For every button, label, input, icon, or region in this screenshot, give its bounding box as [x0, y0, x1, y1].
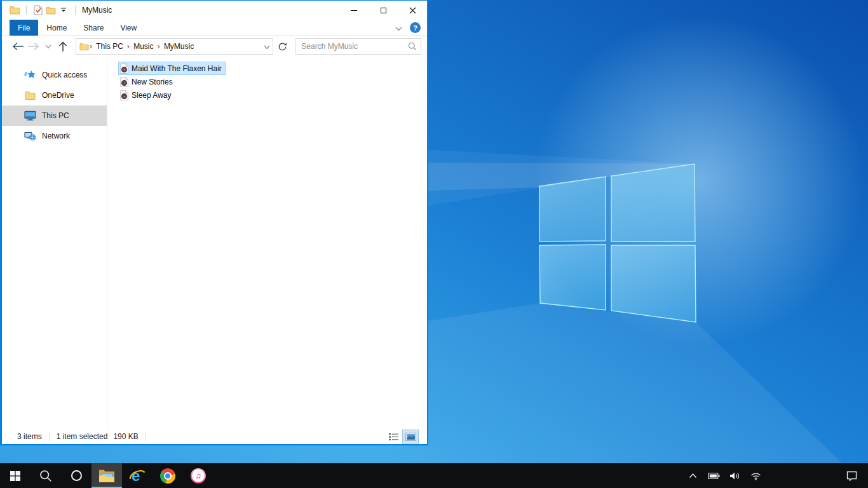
sidebar-item-label: OneDrive	[42, 91, 74, 100]
address-row: This PC Music MyMusic	[2, 36, 427, 57]
arrow-left-icon	[12, 42, 24, 51]
file-explorer-icon	[98, 468, 115, 483]
quick-access-star-icon	[24, 70, 36, 80]
show-hidden-icons-button[interactable]	[685, 463, 700, 488]
caption-buttons	[339, 1, 427, 20]
onedrive-folder-icon	[24, 91, 36, 100]
window-content: Quick access OneDrive This PC	[2, 57, 427, 429]
breadcrumb-music[interactable]: Music	[130, 42, 156, 51]
breadcrumb-mymusic[interactable]: MyMusic	[161, 42, 197, 51]
window-title: MyMusic	[82, 6, 112, 15]
file-list: Maid With The Flaxen Hair New Stories Sl…	[107, 57, 427, 429]
status-bar: 3 items 1 item selected 190 KB	[2, 429, 427, 444]
file-name: Maid With The Flaxen Hair	[132, 64, 222, 73]
selection-count: 1 item selected	[57, 432, 108, 441]
tab-file[interactable]: File	[10, 20, 38, 36]
new-folder-icon	[46, 6, 56, 15]
details-view-icon	[388, 433, 399, 441]
large-icons-view-button[interactable]	[403, 430, 418, 443]
battery-icon[interactable]	[706, 463, 721, 488]
separator	[146, 432, 146, 442]
arrow-right-icon	[27, 42, 39, 51]
wifi-icon[interactable]	[748, 463, 763, 488]
chrome-icon	[160, 468, 175, 484]
thumbnail-view-icon	[405, 433, 416, 441]
chevron-down-icon	[395, 27, 402, 31]
search-box	[295, 38, 421, 55]
audio-file-icon	[120, 90, 128, 100]
sidebar-item-quick-access[interactable]: Quick access	[2, 65, 107, 85]
tab-view[interactable]: View	[112, 20, 145, 36]
system-tray	[685, 463, 868, 488]
sidebar-item-label: Quick access	[42, 71, 87, 79]
properties-check-icon	[34, 5, 43, 15]
sidebar-item-onedrive[interactable]: OneDrive	[2, 85, 107, 105]
file-row-sleep-away[interactable]: Sleep Away	[118, 88, 176, 102]
ribbon-tab-row: File Home Share View ?	[2, 20, 427, 36]
tab-share[interactable]: Share	[75, 20, 112, 36]
up-button[interactable]	[55, 39, 70, 54]
internet-explorer-icon: e	[129, 468, 146, 484]
action-center-icon[interactable]	[844, 463, 859, 488]
file-name: New Stories	[132, 78, 173, 86]
tab-home[interactable]: Home	[38, 20, 75, 36]
forward-button[interactable]	[25, 39, 40, 54]
title-bar: MyMusic	[2, 1, 427, 20]
taskbar-search-button[interactable]	[31, 463, 61, 488]
sidebar-item-network[interactable]: Network	[2, 126, 107, 146]
close-button[interactable]	[398, 1, 427, 20]
search-icon	[39, 470, 52, 482]
recent-locations-dropdown[interactable]	[41, 39, 55, 54]
network-icon	[24, 131, 36, 141]
file-row-new-stories[interactable]: New Stories	[118, 75, 177, 88]
breadcrumb-this-pc[interactable]: This PC	[93, 42, 126, 51]
item-count: 3 items	[17, 432, 42, 441]
file-explorer-window: MyMusic File Home Share View ?	[0, 0, 428, 445]
selection-size: 190 KB	[113, 432, 138, 441]
minimize-button[interactable]	[339, 1, 369, 20]
window-menu-icon[interactable]	[8, 3, 21, 17]
folder-icon	[10, 6, 20, 15]
sidebar-item-label: Network	[42, 132, 70, 140]
taskbar-chrome-button[interactable]	[153, 463, 183, 488]
chevron-down-icon	[264, 45, 270, 50]
navigation-pane: Quick access OneDrive This PC	[2, 57, 107, 429]
ribbon-expand-button[interactable]	[395, 22, 402, 34]
address-bar[interactable]: This PC Music MyMusic	[76, 38, 273, 55]
separator	[75, 6, 76, 15]
folder-icon	[79, 43, 89, 51]
windows-start-icon	[10, 471, 20, 481]
taskbar-internet-explorer-button[interactable]: e	[122, 463, 153, 488]
chevron-down-icon	[45, 44, 51, 49]
minimize-icon	[351, 10, 357, 11]
volume-icon[interactable]	[727, 463, 742, 488]
taskbar-itunes-button[interactable]: ♫	[183, 463, 214, 488]
qat-properties-button[interactable]	[32, 3, 44, 17]
cortana-circle-icon	[71, 470, 82, 481]
refresh-button[interactable]	[276, 39, 290, 54]
search-input[interactable]	[301, 42, 408, 51]
svg-text:e: e	[132, 468, 140, 484]
sidebar-item-label: This PC	[42, 111, 69, 120]
search-icon[interactable]	[408, 42, 417, 51]
sidebar-item-this-pc[interactable]: This PC	[2, 105, 107, 126]
taskbar-file-explorer-button[interactable]	[92, 463, 122, 488]
audio-file-icon	[120, 64, 128, 74]
qat-customize-dropdown-button[interactable]	[57, 3, 70, 17]
maximize-button[interactable]	[369, 1, 398, 20]
chevron-down-icon	[60, 8, 67, 13]
audio-file-icon	[120, 77, 128, 87]
start-button[interactable]	[0, 463, 31, 488]
back-button[interactable]	[11, 39, 25, 54]
help-button[interactable]: ?	[410, 22, 421, 33]
chevron-up-icon	[689, 473, 697, 478]
details-view-button[interactable]	[386, 430, 401, 443]
music-note-glyph: ♫	[195, 471, 201, 480]
file-row-maid-with-the-flaxen-hair[interactable]: Maid With The Flaxen Hair	[118, 62, 226, 75]
address-dropdown-button[interactable]	[264, 41, 270, 52]
cortana-button[interactable]	[61, 463, 92, 488]
taskbar: e ♫	[0, 463, 868, 488]
close-icon	[409, 7, 416, 14]
qat-new-folder-button[interactable]	[44, 3, 57, 17]
refresh-icon	[278, 42, 287, 51]
